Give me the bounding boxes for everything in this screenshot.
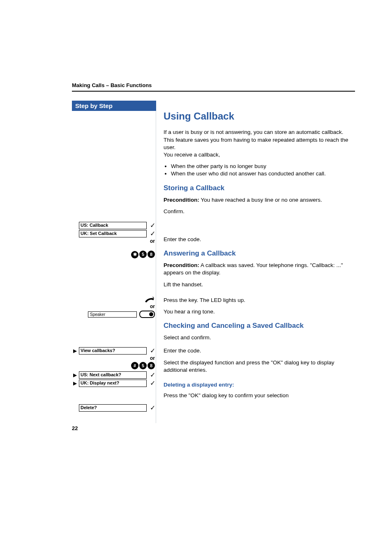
bullet-item: When the user who did not answer has con… [171,170,355,177]
step-sidebar: Step by Step US: Callback ✓ UK: Set Call… [72,101,156,423]
key-8-icon: 8 [148,362,155,369]
display-option-view-callbacks: View callbacks? [79,347,147,355]
handset-icon [144,296,155,304]
check-icon: ✓ [149,380,156,387]
or-label: or [71,304,156,309]
key-code: # 5 8 [71,362,156,369]
select-confirm-line: Select and confirm. [164,334,355,341]
key-5-icon: 5 [139,362,147,369]
lift-handset-row [71,296,156,304]
heading-deleting-entry: Deleting a displayed entry: [164,381,355,389]
display-row: UK: Set Callback ✓ [71,230,156,237]
led-key-icon [139,311,155,318]
page: Making Calls – Basic Functions Step by S… [0,0,392,448]
storing-code-block: ✱ 5 8 [71,251,156,258]
display-row: ▶ UK: Display next? ✓ [71,380,156,387]
answering-precondition: Precondition: A callback was saved. Your… [164,262,355,276]
check-icon: ✓ [149,405,156,411]
check-icon: ✓ [149,372,156,378]
ring-tone-line: You hear a ring tone. [164,308,355,315]
enter-code-line: Enter the code. [164,347,355,355]
key-code: ✱ 5 8 [71,251,156,258]
heading-storing-callback: Storing a Callback [164,184,355,193]
speaker-key-label: Speaker [88,311,137,318]
select-arrow-icon: ▶ [73,348,77,354]
main-column: Using Callback If a user is busy or is n… [156,101,355,404]
key-star-icon: ✱ [131,251,138,258]
bullet-item: When the other party is no longer busy [171,163,355,170]
key-8-icon: 8 [148,251,155,258]
display-row: ▶ US: Next callback? ✓ [71,371,156,379]
delete-confirm-text: Press the "OK" dialog key to confirm you… [164,392,355,399]
display-row: Delete? ✓ [71,404,156,412]
key-hash-icon: # [131,362,138,369]
heading-checking-callback: Checking and Canceling a Saved Callback [164,321,355,331]
answering-handset-block: or [71,296,156,309]
intro-text: If a user is busy or is not answering, y… [164,129,348,158]
page-number: 22 [72,425,78,431]
display-row: US: Callback ✓ [71,222,156,229]
select-arrow-icon: ▶ [73,380,77,386]
running-head: Making Calls – Basic Functions [72,82,355,88]
lift-handset-line: Lift the handset. [164,281,355,288]
next-callback-block: ▶ US: Next callback? ✓ ▶ UK: Display nex… [71,371,156,388]
display-option-us-callback: US: Callback [79,222,147,229]
intro-paragraph: If a user is busy or is not answering, y… [164,129,355,159]
enter-code-line: Enter the code. [164,236,355,243]
display-option-next-callback-us: US: Next callback? [79,371,147,379]
or-label: or [71,238,156,244]
delete-block: Delete? ✓ [71,404,156,412]
precondition-text: You have reached a busy line or no one a… [199,197,322,203]
check-icon: ✓ [149,230,156,237]
next-callback-text: Select the displayed function and press … [164,359,355,374]
display-row: ▶ View callbacks? ✓ [71,347,156,355]
display-option-uk-set-callback: UK: Set Callback [79,230,147,237]
sidebar-rule: US: Callback ✓ UK: Set Callback ✓ or ✱ 5… [72,111,156,423]
storing-display-block: US: Callback ✓ UK: Set Callback ✓ or [71,222,156,244]
header-rule [72,91,355,92]
heading-using-callback: Using Callback [164,110,355,123]
or-label: or [71,355,156,361]
press-key-line: Press the key. The LED lights up. [164,297,355,304]
select-arrow-icon: ▶ [73,372,77,378]
precondition-label: Precondition: [164,197,199,203]
intro-bullets: When the other party is no longer busy W… [164,163,355,177]
display-option-display-next-uk: UK: Display next? [79,380,147,387]
view-callbacks-block: ▶ View callbacks? ✓ or # 5 8 [71,347,156,369]
check-icon: ✓ [149,222,156,229]
storing-precondition: Precondition: You have reached a busy li… [164,196,355,204]
heading-answering-callback: Answering a Callback [164,249,355,258]
check-icon: ✓ [149,348,156,354]
speaker-key-row: Speaker [71,311,156,318]
display-option-delete: Delete? [79,404,147,412]
answering-speaker-block: Speaker [71,311,156,318]
sidebar-title: Step by Step [72,101,156,111]
two-column-layout: Step by Step US: Callback ✓ UK: Set Call… [72,101,355,423]
key-5-icon: 5 [139,251,147,258]
confirm-line: Confirm. [164,208,355,215]
precondition-label: Precondition: [164,262,199,268]
